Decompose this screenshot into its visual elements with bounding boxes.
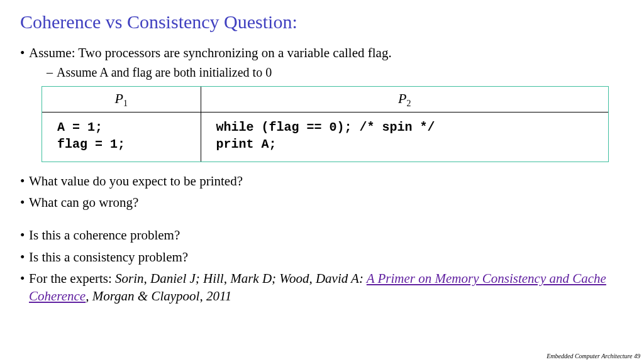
- spacer: [20, 215, 624, 226]
- p1-label: P: [115, 90, 123, 106]
- slide: Coherence vs Consistency Question: Assum…: [0, 0, 644, 305]
- p2-label: P: [398, 90, 406, 106]
- bullet-assume-text: Assume: Two processors are synchronizing…: [29, 45, 392, 60]
- p2-sub: 2: [406, 99, 411, 109]
- bullet-list-questions: What value do you expect to be printed? …: [20, 172, 624, 212]
- code-header-p1: P1: [42, 87, 201, 112]
- bullet-experts: For the experts: Sorin, Daniel J; Hill, …: [20, 270, 624, 305]
- bullet-list-top: Assume: Two processors are synchronizing…: [20, 44, 624, 81]
- slide-title: Coherence vs Consistency Question:: [20, 11, 624, 33]
- bullet-q2: What can go wrong?: [20, 194, 624, 211]
- bullet-q1: What value do you expect to be printed?: [20, 172, 624, 190]
- experts-prefix: For the experts:: [29, 271, 115, 286]
- sub-list: Assume A and flag are both initialized t…: [29, 64, 624, 81]
- code-header-p2: P2: [201, 87, 608, 112]
- slide-footer: Embedded Computer Architecture 49: [547, 353, 640, 359]
- bullet-assume: Assume: Two processors are synchronizing…: [20, 44, 624, 81]
- code-table: P1 P2 A = 1; flag = 1; while (flag == 0)…: [42, 86, 609, 162]
- experts-suffix: , Morgan & Claypool, 2011: [86, 288, 231, 304]
- code-p1: A = 1; flag = 1;: [42, 112, 201, 162]
- bullet-list-bottom: Is this a coherence problem? Is this a c…: [20, 226, 624, 305]
- sub-assume: Assume A and flag are both initialized t…: [47, 64, 624, 81]
- bullet-q4: Is this a consistency problem?: [20, 248, 624, 266]
- code-p2: while (flag == 0); /* spin */ print A;: [201, 112, 608, 162]
- experts-authors: Sorin, Daniel J; Hill, Mark D; Wood, Dav…: [115, 271, 367, 286]
- bullet-q3: Is this a coherence problem?: [20, 226, 624, 244]
- p1-sub: 1: [123, 99, 128, 109]
